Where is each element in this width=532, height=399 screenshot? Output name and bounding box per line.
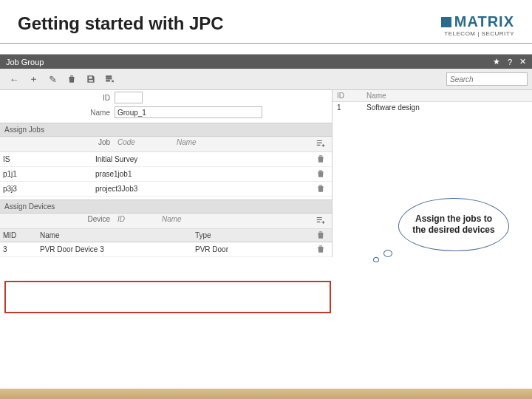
devices-column-head: MID Name Type: [0, 229, 332, 242]
jobs-row[interactable]: IS Initial Survey: [0, 152, 332, 167]
job-name: Initial Survey: [92, 154, 310, 165]
add-button[interactable]: ＋: [24, 71, 43, 87]
devices-col-name: Name: [37, 230, 192, 241]
callout-puff: [383, 250, 392, 257]
right-row-name: Software design: [362, 102, 532, 113]
job-delete-icon[interactable]: [310, 152, 332, 167]
id-label: ID: [0, 94, 115, 102]
help-icon[interactable]: ?: [508, 58, 512, 66]
left-pane: ID Name Assign Jobs Job Code Name IS: [0, 90, 332, 257]
devices-header-label: Device: [0, 214, 115, 228]
devices-col-type: Type: [192, 230, 310, 241]
window-titlebar: Job Group ★ ? ✕: [0, 55, 532, 69]
devices-add-icon[interactable]: [310, 214, 332, 228]
section-assign-devices: Assign Devices: [0, 200, 332, 214]
device-name: PVR Door Device 3: [37, 244, 192, 255]
device-delete-icon[interactable]: [310, 242, 332, 257]
back-button[interactable]: ←: [4, 71, 24, 87]
list-x-icon: [105, 74, 115, 84]
right-row-id: 1: [332, 102, 362, 113]
devices-row[interactable]: 3 PVR Door Device 3 PVR Door: [0, 242, 332, 257]
job-code: p1j1: [0, 168, 92, 180]
jobs-header-name: Name: [174, 137, 310, 151]
brand-tagline: TELECOM | SECURITY: [444, 30, 514, 37]
trash-icon: [66, 74, 77, 84]
delete-button[interactable]: [62, 71, 81, 87]
job-delete-icon[interactable]: [310, 182, 332, 197]
list-remove-button[interactable]: [100, 71, 120, 87]
right-row[interactable]: 1 Software design: [332, 102, 532, 113]
callout: Assign the jobs to the desired devices: [395, 198, 510, 257]
save-button[interactable]: [81, 71, 100, 87]
highlight-rectangle: [4, 281, 331, 313]
job-name: prase1job1: [92, 168, 310, 180]
jobs-row[interactable]: p1j1 prase1job1: [0, 167, 332, 182]
toolbar: ← ＋ ✎: [0, 69, 532, 90]
footer-band: [0, 389, 532, 399]
brand-square-icon: [441, 17, 451, 27]
id-field[interactable]: [115, 92, 143, 103]
job-code: p3j3: [0, 183, 92, 194]
job-delete-icon[interactable]: [310, 167, 332, 182]
devices-header-name: Name: [159, 214, 310, 228]
device-type: PVR Door: [192, 244, 310, 255]
callout-bubble: Assign the jobs to the desired devices: [398, 198, 509, 251]
devices-col-delete-icon[interactable]: [310, 228, 332, 243]
jobs-row[interactable]: p3j3 project3Job3: [0, 182, 332, 197]
name-label: Name: [0, 109, 115, 117]
jobs-header-label: Job: [0, 137, 115, 151]
name-field[interactable]: [115, 106, 262, 118]
close-icon[interactable]: ✕: [519, 57, 526, 66]
section-assign-jobs: Assign Jobs: [0, 123, 332, 137]
callout-text: Assign the jobs to the desired devices: [411, 214, 497, 236]
brand-name: MATRIX: [454, 13, 514, 30]
jobs-header-code: Code: [115, 137, 174, 151]
right-header-id[interactable]: ID: [332, 90, 362, 101]
jobs-grid: Job Code Name IS Initial Survey p1j1: [0, 137, 332, 197]
right-header-name[interactable]: Name: [362, 90, 532, 101]
brand-logo: MATRIX TELECOM | SECURITY: [441, 13, 514, 37]
window-title: Job Group: [6, 58, 44, 66]
edit-button[interactable]: ✎: [43, 71, 62, 87]
page-title: Getting started with JPC: [18, 13, 224, 34]
jobs-add-icon[interactable]: [310, 137, 332, 151]
device-mid: 3: [0, 244, 37, 255]
devices-grid: Device ID Name MID Name Type 3: [0, 214, 332, 257]
callout-puff: [373, 257, 379, 262]
save-icon: [86, 74, 96, 84]
job-code: IS: [0, 154, 92, 165]
devices-header-id: ID: [115, 214, 159, 228]
search-input[interactable]: [446, 72, 528, 86]
star-icon[interactable]: ★: [493, 57, 500, 66]
devices-col-mid: MID: [0, 230, 37, 241]
job-name: project3Job3: [92, 183, 310, 194]
